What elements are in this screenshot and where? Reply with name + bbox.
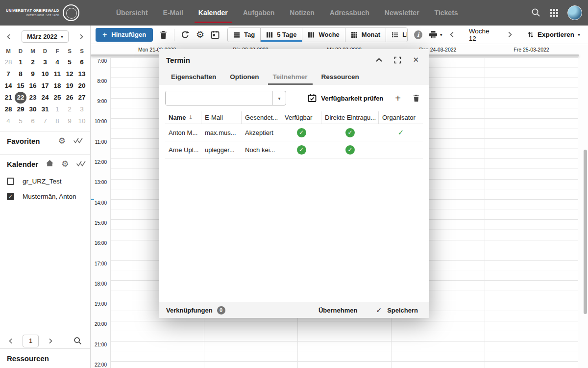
view-monat[interactable]: Monat [345, 28, 386, 42]
double-check-icon[interactable] [73, 137, 83, 145]
dialog-tab-ressourcen[interactable]: Ressourcen [317, 69, 364, 85]
user-avatar[interactable] [567, 5, 582, 20]
view-woche[interactable]: Woche [302, 28, 344, 42]
minical-day[interactable]: 18 [51, 80, 63, 92]
minical-day[interactable]: 11 [51, 68, 63, 80]
column-header-organisator[interactable]: Organisator [379, 111, 423, 124]
nav-tab-kalender[interactable]: Kalender [197, 0, 229, 26]
dialog-tab-optionen[interactable]: Optionen [225, 69, 264, 85]
minical-day[interactable]: 19 [64, 80, 75, 92]
close-icon[interactable]: ✕ [413, 55, 419, 64]
page-number-input[interactable]: 1 [23, 335, 39, 347]
search-icon[interactable] [531, 8, 541, 18]
day-header[interactable]: Fre 25-03-2022 [485, 44, 578, 54]
nav-tab-notizen[interactable]: Notizen [289, 0, 316, 26]
nav-tab-adressbuch[interactable]: Adressbuch [329, 0, 370, 26]
pager-prev-icon[interactable] [8, 338, 14, 344]
minical-day[interactable]: 1 [51, 104, 63, 115]
calendar-list-item[interactable]: gr_URZ_Test [7, 174, 83, 189]
nav-tab-aufgaben[interactable]: Aufgaben [242, 0, 276, 26]
sidebar-search-icon[interactable] [74, 337, 82, 345]
minical-day[interactable]: 2 [27, 56, 39, 68]
minical-day[interactable]: 26 [64, 92, 75, 104]
view-liste[interactable]: Liste [386, 28, 408, 42]
remove-participant-icon[interactable] [413, 94, 420, 102]
dialog-tab-teilnehmer[interactable]: Teilnehmer [268, 69, 313, 85]
minical-day[interactable]: 30 [27, 104, 39, 115]
minical-day[interactable]: 12 [64, 68, 75, 80]
minical-day[interactable]: 3 [76, 104, 88, 115]
minical-month-button[interactable]: März 2022▾ [22, 30, 69, 43]
info-icon[interactable]: i [414, 30, 422, 39]
table-row[interactable]: Anton M...max.mus...Akzeptiert✓✓✓ [165, 124, 423, 141]
pager-next-icon[interactable] [48, 338, 53, 344]
minical-day[interactable]: 14 [2, 80, 14, 92]
minical-day[interactable]: 27 [76, 92, 88, 104]
minical-day[interactable]: 6 [76, 56, 88, 68]
links-button[interactable]: Verknüpfungen 0 [166, 306, 225, 315]
nav-tab-e-mail[interactable]: E-Mail [162, 0, 184, 26]
view-tag[interactable]: Tag [228, 28, 260, 42]
minical-day[interactable]: 28 [2, 104, 14, 115]
nav-tab-newsletter[interactable]: Newsletter [384, 0, 420, 26]
add-appointment-button[interactable]: + Hinzufügen [96, 28, 153, 42]
minical-day[interactable]: 4 [2, 115, 14, 127]
dialog-tab-eigenschaften[interactable]: Eigenschaften [166, 69, 221, 85]
minical-day[interactable]: 17 [39, 80, 51, 92]
minical-day[interactable]: 16 [27, 80, 39, 92]
column-header-verfügbar[interactable]: Verfügbar [281, 111, 321, 124]
view-5-tage[interactable]: 5 Tage [260, 28, 302, 42]
minical-day[interactable]: 4 [51, 56, 63, 68]
column-header-name[interactable]: Name↓ [165, 111, 201, 124]
maximize-icon[interactable] [394, 56, 401, 64]
resources-section-title[interactable]: Ressourcen [0, 348, 90, 368]
column-header-e-mail[interactable]: E-Mail [201, 111, 242, 124]
table-row[interactable]: Arne Upl...uplegger...Noch kei...✓✓ [165, 141, 423, 158]
gear-icon[interactable]: ⚙ [61, 160, 69, 168]
export-button[interactable]: Exportieren ▾ [527, 31, 580, 38]
minical-day[interactable]: 29 [15, 104, 26, 115]
prev-week-icon[interactable] [449, 31, 455, 38]
minical-day[interactable]: 22 [15, 92, 26, 104]
today-calendar-icon[interactable] [211, 30, 220, 39]
minical-day[interactable]: 10 [39, 68, 51, 80]
add-participant-icon[interactable]: + [395, 93, 401, 103]
check-availability-button[interactable]: Verfügbarkeit prüfen [308, 94, 383, 103]
minical-day[interactable]: 7 [39, 115, 51, 127]
calendar-checkbox[interactable]: ✓ [7, 193, 14, 200]
minical-day[interactable]: 3 [39, 56, 51, 68]
minical-day[interactable]: 9 [64, 115, 75, 127]
minical-next-icon[interactable] [78, 34, 84, 40]
column-header-direkte-eintragu-[interactable]: Direkte Eintragu... [321, 111, 379, 124]
combobox-caret-icon[interactable]: ▾ [272, 91, 286, 105]
print-icon[interactable]: ▾ [429, 30, 442, 39]
minical-day[interactable]: 2 [64, 104, 75, 115]
gear-icon[interactable]: ⚙ [58, 137, 66, 145]
minical-day[interactable]: 9 [27, 68, 39, 80]
double-check-icon[interactable] [76, 160, 86, 168]
minical-prev-icon[interactable] [6, 34, 12, 40]
save-button[interactable]: ✓ Speichern [376, 306, 418, 314]
nav-tab-tickets[interactable]: Tickets [434, 0, 459, 26]
minical-day[interactable]: 25 [51, 92, 63, 104]
minical-day[interactable]: 6 [27, 115, 39, 127]
apply-button[interactable]: Übernehmen [318, 307, 357, 314]
calendar-list-item[interactable]: ✓Mustermän, Anton [7, 189, 83, 204]
nav-tab-übersicht[interactable]: Übersicht [115, 0, 149, 26]
minical-day[interactable]: 28 [2, 56, 14, 68]
app-launcher-icon[interactable] [550, 8, 559, 17]
refresh-icon[interactable] [181, 30, 190, 39]
column-header-gesendet-[interactable]: Gesendet... [242, 111, 281, 124]
collapse-icon[interactable] [375, 57, 383, 62]
minical-day[interactable]: 5 [15, 115, 26, 127]
minical-day[interactable]: 5 [64, 56, 75, 68]
minical-day[interactable]: 8 [15, 68, 26, 80]
calendar-checkbox[interactable] [7, 178, 14, 185]
minical-day[interactable]: 31 [39, 104, 51, 115]
vertical-scrollbar[interactable] [584, 150, 587, 314]
minical-day[interactable]: 15 [15, 80, 26, 92]
minical-day[interactable]: 8 [51, 115, 63, 127]
minical-day[interactable]: 20 [76, 80, 88, 92]
add-participant-input[interactable] [166, 91, 272, 105]
minical-day[interactable]: 10 [76, 115, 88, 127]
